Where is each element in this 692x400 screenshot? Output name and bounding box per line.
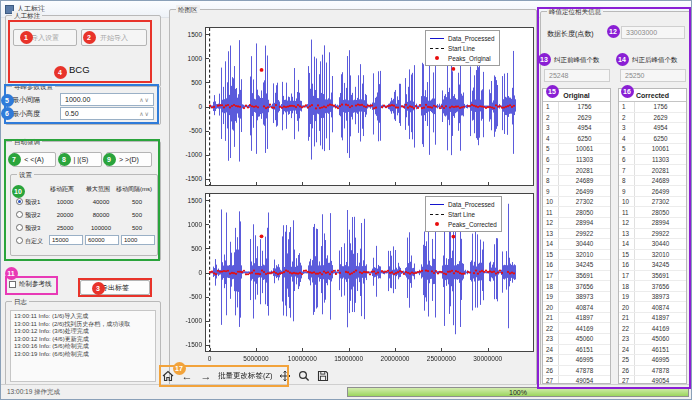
peak-table-row[interactable]: 1938973 (543, 292, 610, 303)
peak-table-row[interactable]: 2040874 (619, 302, 686, 313)
peak-table-row[interactable]: 2749054 (543, 376, 610, 384)
pan-icon[interactable] (278, 369, 292, 383)
peak-table-row[interactable]: 926499 (619, 186, 686, 197)
preset-input-2[interactable]: 1000 (121, 235, 155, 245)
peak-table-row[interactable]: 2040874 (543, 302, 610, 313)
peak-table-row[interactable]: 22629 (619, 113, 686, 124)
preset-input-1[interactable]: 60000 (85, 235, 119, 245)
peak-table-row[interactable]: 1735691 (619, 271, 686, 282)
peak-table-row[interactable]: 720281 (619, 165, 686, 176)
peak-row-index: 13 (543, 229, 559, 239)
radio-预设1[interactable] (16, 198, 23, 205)
peak-table-row[interactable]: 720281 (543, 165, 610, 176)
peak-row-value: 40874 (559, 302, 610, 312)
peak-table-row[interactable]: 11756 (619, 102, 686, 113)
draw-ref-line-checkbox[interactable]: 绘制参考线 (9, 280, 52, 289)
peak-table-row[interactable]: 2749054 (619, 376, 686, 384)
peak-table-row[interactable]: 11756 (543, 102, 610, 113)
step-left-label: < <(A) (24, 156, 43, 163)
batch-edit-labels-button[interactable]: 批量更改标签(Z) (218, 371, 273, 381)
step-left-button[interactable]: < <(A) (12, 152, 56, 167)
peak-table-row[interactable]: 1430440 (543, 239, 610, 250)
forward-icon[interactable]: → (199, 369, 213, 383)
min-interval-spinner[interactable]: 1000.00 ∧∨ (60, 93, 154, 106)
import-settings-button[interactable]: 导入设置 (13, 29, 77, 46)
checkbox-icon[interactable] (9, 281, 16, 288)
peak-table-row[interactable]: 34954 (619, 123, 686, 134)
peak-table-row[interactable]: 1837656 (619, 281, 686, 292)
log-output[interactable]: 13:00:11 Info: (1/6)导入完成13:00:11 Info: (… (10, 310, 156, 382)
peak-table-row[interactable]: 1329922 (543, 229, 610, 240)
peak-table-row[interactable]: 2244169 (543, 323, 610, 334)
peak-table-row[interactable]: 510061 (543, 144, 610, 155)
preset-row-自定义[interactable]: 自定义15000600001000 (11, 235, 157, 247)
peak-row-value: 29922 (559, 229, 610, 239)
peak-table-row[interactable]: 2647878 (619, 366, 686, 377)
back-icon[interactable]: ← (180, 369, 194, 383)
preset-row-预设1[interactable]: 预设11000040000500 (11, 196, 157, 208)
radio-预设3[interactable] (16, 224, 23, 231)
peak-table-row[interactable]: 1837656 (543, 281, 610, 292)
peak-table-row[interactable]: 2546995 (619, 355, 686, 366)
peak-table-row[interactable]: 46250 (543, 134, 610, 145)
radio-预设2[interactable] (16, 211, 23, 218)
peak-table-row[interactable]: 2546995 (543, 355, 610, 366)
log-line: 13:00:11 Info: (1/6)导入完成 (14, 313, 152, 321)
peak-table-row[interactable]: 611303 (543, 155, 610, 166)
peak-table-row[interactable]: 2244169 (619, 323, 686, 334)
legend-entry: Start Line (430, 209, 497, 219)
peak-table-row[interactable]: 1329922 (619, 229, 686, 240)
peak-table-row[interactable]: 2647878 (543, 366, 610, 377)
peak-table-row[interactable]: 1634245 (619, 260, 686, 271)
data-length-field[interactable]: 33003000 (621, 26, 685, 39)
peak-table-row[interactable]: 1430440 (619, 239, 686, 250)
peak-row-index: 2 (619, 113, 635, 123)
peak-table-row[interactable]: 611303 (619, 155, 686, 166)
export-labels-button[interactable]: 导出标签 (80, 280, 150, 295)
peak-table-row[interactable]: 2141897 (619, 313, 686, 324)
zoom-icon[interactable] (297, 369, 311, 383)
step-right-button[interactable]: > >(D) (106, 152, 152, 167)
peak-table-row[interactable]: 2446151 (619, 345, 686, 356)
start-import-button[interactable]: 开始导入 (81, 29, 147, 46)
pre-count-field[interactable]: 25248 (544, 69, 610, 82)
preset-row-预设3[interactable]: 预设325000100000500 (11, 222, 157, 234)
pause-button[interactable]: | |(S) (60, 152, 102, 167)
peak-table-row[interactable]: 824689 (619, 176, 686, 187)
peak-table-row[interactable]: 1532010 (543, 250, 610, 261)
peak-table-row[interactable]: 22629 (543, 113, 610, 124)
peak-table-row[interactable]: 1027302 (619, 197, 686, 208)
peak-table-row[interactable]: 2345060 (543, 334, 610, 345)
peak-table-row[interactable]: 1128050 (543, 207, 610, 218)
peak-table-row[interactable]: 2345060 (619, 334, 686, 345)
radio-自定义[interactable] (16, 237, 23, 244)
peak-table-row[interactable]: 1532010 (619, 250, 686, 261)
peak-table-row[interactable]: 510061 (619, 144, 686, 155)
peak-table-row[interactable]: 1228994 (619, 218, 686, 229)
peak-table-row[interactable]: 1027302 (543, 197, 610, 208)
peak-table-row[interactable]: 1634245 (543, 260, 610, 271)
peak-row-index: 5 (543, 144, 559, 154)
peak-row-value: 27302 (635, 197, 686, 207)
preset-input-0[interactable]: 15000 (49, 235, 83, 245)
save-icon[interactable] (316, 369, 330, 383)
spinner-arrows-icon[interactable]: ∧∨ (139, 110, 153, 117)
peak-table-row[interactable]: 1938973 (619, 292, 686, 303)
peak-table-row[interactable]: 46250 (619, 134, 686, 145)
peak-table-row[interactable]: 1735691 (543, 271, 610, 282)
peak-table-row[interactable]: 824689 (543, 176, 610, 187)
peak-table-row[interactable]: 1128050 (619, 207, 686, 218)
peak-table-row[interactable]: 34954 (543, 123, 610, 134)
original-peaks-table[interactable]: Original 1175622629349544625051006161130… (542, 88, 611, 384)
post-count-field[interactable]: 25250 (620, 69, 686, 82)
peak-table-row[interactable]: 1228994 (543, 218, 610, 229)
corrected-peaks-table[interactable]: Corrected 117562262934954462505100616113… (618, 88, 687, 384)
preset-row-预设2[interactable]: 预设22000080000500 (11, 209, 157, 221)
spinner-arrows-icon[interactable]: ∧∨ (139, 96, 153, 103)
min-height-label: 最小高度 (12, 109, 40, 119)
peak-table-row[interactable]: 2141897 (543, 313, 610, 324)
peak-table-row[interactable]: 926499 (543, 186, 610, 197)
peak-table-row[interactable]: 2446151 (543, 345, 610, 356)
home-icon[interactable] (161, 369, 175, 383)
min-height-spinner[interactable]: 0.50 ∧∨ (60, 107, 154, 120)
